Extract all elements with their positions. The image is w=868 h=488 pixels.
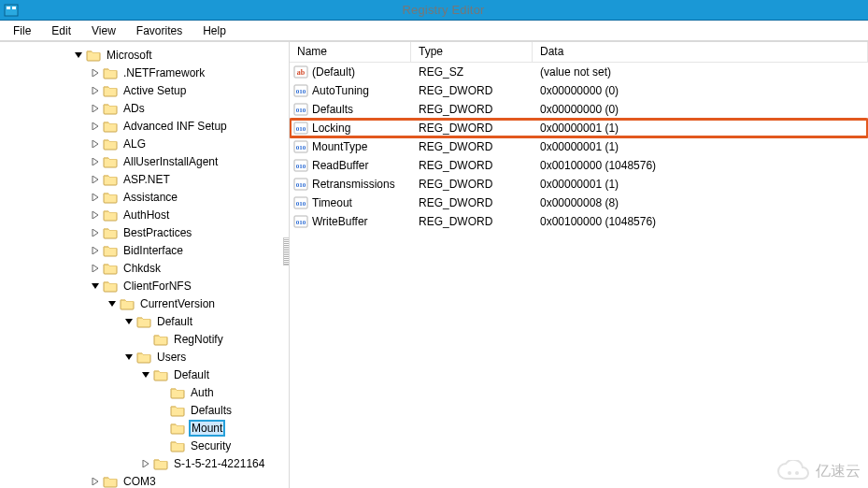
menu-help[interactable]: Help — [193, 22, 235, 39]
tree-label: Assistance — [121, 190, 179, 205]
tree-node[interactable]: ALG — [0, 135, 289, 152]
column-type[interactable]: Type — [411, 42, 533, 62]
tree-label: ClientForNFS — [121, 279, 193, 294]
value-row[interactable]: TimeoutREG_DWORD0x00000008 (8) — [290, 194, 868, 212]
expand-icon[interactable] — [90, 476, 101, 487]
tree-node[interactable]: Active Setup — [0, 81, 289, 99]
expand-icon[interactable] — [90, 67, 101, 79]
values-list: (Default)REG_SZ(value not set)AutoTuning… — [290, 63, 868, 231]
tree-label: Active Setup — [121, 83, 188, 98]
tree-node-regnotify[interactable]: RegNotify — [0, 330, 289, 348]
registry-tree[interactable]: Microsoft .NETFrameworkActive SetupADsAd… — [0, 42, 289, 488]
folder-icon — [153, 333, 168, 346]
tree-label: Security — [189, 438, 233, 453]
expand-icon[interactable] — [90, 174, 101, 185]
tree-node-microsoft[interactable]: Microsoft — [0, 46, 289, 64]
tree-label: ADs — [121, 101, 147, 116]
menu-view[interactable]: View — [82, 22, 125, 39]
expand-icon[interactable] — [90, 85, 101, 96]
expand-icon[interactable] — [90, 263, 101, 274]
splitter[interactable] — [283, 237, 289, 266]
folder-icon — [103, 208, 118, 222]
folder-icon — [103, 226, 118, 239]
tree-node[interactable]: AuthHost — [0, 206, 289, 223]
tree-node[interactable]: BidInterface — [0, 241, 289, 259]
column-name[interactable]: Name — [290, 42, 411, 62]
expand-icon[interactable] — [90, 280, 101, 292]
folder-icon — [103, 244, 118, 257]
tree-node-clientfornfs[interactable]: ClientForNFS — [0, 277, 289, 294]
expand-icon[interactable] — [90, 245, 101, 256]
value-name: Retransmissions — [312, 178, 395, 191]
tree-label: Users — [155, 350, 188, 365]
tree-label: Default — [155, 314, 194, 329]
value-row[interactable]: MountTypeREG_DWORD0x00000001 (1) — [290, 137, 868, 156]
tree-node-default[interactable]: Default — [0, 312, 289, 330]
expand-icon[interactable] — [90, 192, 101, 203]
expand-icon[interactable] — [140, 369, 151, 380]
tree-node[interactable]: Assistance — [0, 188, 289, 206]
value-data: 0x00100000 (1048576) — [533, 215, 868, 228]
tree-label: .NETFramework — [121, 65, 206, 80]
tree-pane[interactable]: Microsoft .NETFrameworkActive SetupADsAd… — [0, 42, 290, 488]
tree-label: Default — [172, 367, 211, 382]
folder-icon — [103, 173, 118, 186]
expand-icon[interactable] — [90, 121, 101, 132]
expand-icon[interactable] — [140, 458, 151, 469]
expand-icon[interactable] — [90, 156, 101, 167]
menu-file[interactable]: File — [4, 22, 40, 39]
tree-node[interactable]: Chkdsk — [0, 259, 289, 277]
folder-icon — [153, 457, 168, 470]
expand-icon[interactable] — [123, 316, 135, 327]
expand-icon[interactable] — [90, 227, 101, 238]
value-row[interactable]: LockingREG_DWORD0x00000001 (1) — [290, 119, 868, 137]
titlebar: Registry Editor — [0, 0, 868, 21]
value-row[interactable]: WriteBufferREG_DWORD0x00100000 (1048576) — [290, 212, 868, 231]
tree-label: ASP.NET — [121, 172, 172, 187]
value-row[interactable]: ReadBufferREG_DWORD0x00100000 (1048576) — [290, 156, 868, 175]
tree-node[interactable]: AllUserInstallAgent — [0, 152, 289, 170]
menu-favorites[interactable]: Favorites — [127, 22, 192, 39]
tree-node[interactable]: ASP.NET — [0, 170, 289, 188]
tree-node-security[interactable]: Security — [0, 437, 289, 454]
tree-label: Defaults — [189, 403, 234, 418]
value-name: Timeout — [312, 196, 352, 209]
value-type: REG_DWORD — [411, 103, 533, 116]
tree-label: ALG — [121, 136, 148, 151]
tree-node-com3[interactable]: COM3 — [0, 472, 289, 488]
expand-icon[interactable] — [90, 209, 101, 221]
column-data[interactable]: Data — [533, 42, 868, 62]
tree-node[interactable]: .NETFramework — [0, 64, 289, 81]
menu-edit[interactable]: Edit — [42, 22, 80, 39]
folder-icon — [103, 280, 118, 293]
tree-node-users[interactable]: Users — [0, 348, 289, 366]
expand-icon[interactable] — [73, 50, 84, 61]
value-name: AutoTuning — [312, 84, 369, 97]
value-type: REG_DWORD — [411, 84, 533, 97]
tree-node-defaults[interactable]: Defaults — [0, 401, 289, 419]
folder-icon — [86, 49, 101, 62]
value-row[interactable]: (Default)REG_SZ(value not set) — [290, 63, 868, 81]
expand-icon[interactable] — [123, 352, 135, 363]
main-split: Microsoft .NETFrameworkActive SetupADsAd… — [0, 41, 868, 488]
window-title: Registry Editor — [19, 3, 868, 17]
tree-node[interactable]: Advanced INF Setup — [0, 117, 289, 135]
value-row[interactable]: AutoTuningREG_DWORD0x00000000 (0) — [290, 81, 868, 100]
value-row[interactable]: DefaultsREG_DWORD0x00000000 (0) — [290, 100, 868, 119]
expand-icon[interactable] — [90, 103, 101, 114]
expand-icon[interactable] — [107, 298, 118, 309]
folder-icon — [103, 191, 118, 204]
folder-icon — [103, 66, 118, 79]
tree-node[interactable]: BestPractices — [0, 223, 289, 241]
tree-node-mount[interactable]: Mount — [0, 419, 289, 437]
tree-node-auth[interactable]: Auth — [0, 383, 289, 401]
value-data: 0x00000001 (1) — [533, 122, 868, 135]
tree-node-users-default[interactable]: Default — [0, 366, 289, 383]
tree-label: Auth — [189, 385, 216, 400]
expand-icon[interactable] — [90, 138, 101, 150]
values-pane[interactable]: Name Type Data (Default)REG_SZ(value not… — [290, 42, 868, 488]
tree-node-sid[interactable]: S-1-5-21-4221164 — [0, 454, 289, 472]
tree-node-currentversion[interactable]: CurrentVersion — [0, 294, 289, 312]
value-row[interactable]: RetransmissionsREG_DWORD0x00000001 (1) — [290, 175, 868, 194]
tree-node[interactable]: ADs — [0, 99, 289, 117]
